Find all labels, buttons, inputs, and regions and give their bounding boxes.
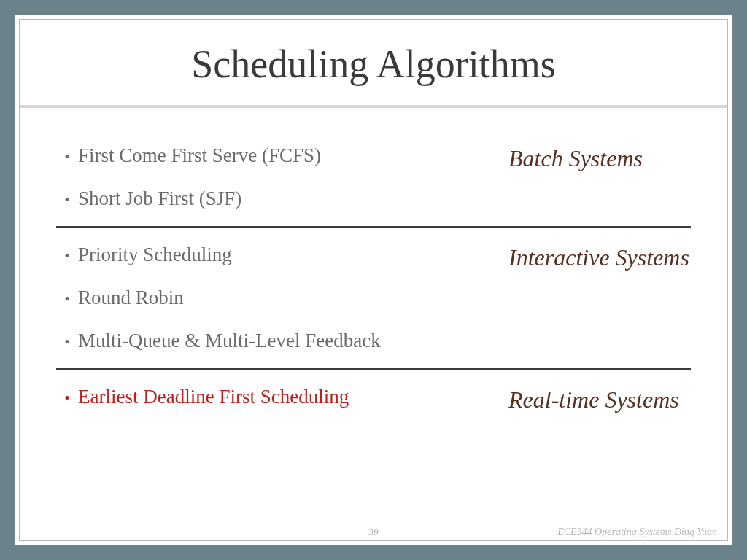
bullets-batch: • First Come First Serve (FCFS) • Short … bbox=[56, 134, 508, 220]
bullet-icon: • bbox=[56, 332, 78, 351]
category-label-realtime: Real-time Systems bbox=[508, 376, 691, 416]
bullet-text: Earliest Deadline First Scheduling bbox=[78, 386, 349, 408]
title-divider bbox=[20, 105, 727, 108]
slide-inner-frame: Scheduling Algorithms • First Come First… bbox=[19, 19, 728, 541]
bullets-interactive: • Priority Scheduling • Round Robin • Mu… bbox=[56, 233, 508, 362]
bullet-text: Round Robin bbox=[78, 287, 184, 309]
list-item: • Short Job First (SJF) bbox=[56, 177, 508, 220]
bullet-icon: • bbox=[56, 389, 78, 408]
bullet-icon: • bbox=[56, 289, 78, 308]
bullets-realtime: • Earliest Deadline First Scheduling bbox=[56, 376, 508, 419]
list-item: • Round Robin bbox=[56, 276, 508, 319]
slide-footer: 39 ECE344 Operating Systems Ding Yuan bbox=[20, 524, 727, 540]
slide-title: Scheduling Algorithms bbox=[49, 42, 698, 87]
bullet-icon: • bbox=[56, 147, 78, 166]
section-divider bbox=[56, 368, 691, 370]
bullet-text: Priority Scheduling bbox=[78, 244, 232, 266]
section-batch: • First Come First Serve (FCFS) • Short … bbox=[56, 134, 691, 220]
list-item: • Multi-Queue & Multi-Level Feedback bbox=[56, 319, 508, 362]
list-item: • Earliest Deadline First Scheduling bbox=[56, 376, 508, 419]
list-item: • First Come First Serve (FCFS) bbox=[56, 134, 508, 177]
section-interactive: • Priority Scheduling • Round Robin • Mu… bbox=[56, 233, 691, 362]
section-realtime: • Earliest Deadline First Scheduling Rea… bbox=[56, 376, 691, 419]
slide-outer-frame: Scheduling Algorithms • First Come First… bbox=[15, 15, 732, 545]
title-section: Scheduling Algorithms bbox=[20, 20, 727, 105]
section-divider bbox=[56, 226, 691, 228]
bullet-text: Short Job First (SJF) bbox=[78, 187, 241, 210]
bullet-text: Multi-Queue & Multi-Level Feedback bbox=[78, 330, 381, 352]
course-info: ECE344 Operating Systems Ding Yuan bbox=[557, 526, 717, 538]
bullet-icon: • bbox=[56, 246, 78, 265]
bullet-icon: • bbox=[56, 190, 78, 209]
list-item: • Priority Scheduling bbox=[56, 233, 508, 276]
category-label-interactive: Interactive Systems bbox=[508, 233, 691, 273]
content-area: • First Come First Serve (FCFS) • Short … bbox=[20, 114, 727, 524]
bullet-text: First Come First Serve (FCFS) bbox=[78, 144, 321, 167]
page-number: 39 bbox=[369, 526, 379, 538]
category-label-batch: Batch Systems bbox=[508, 134, 691, 174]
